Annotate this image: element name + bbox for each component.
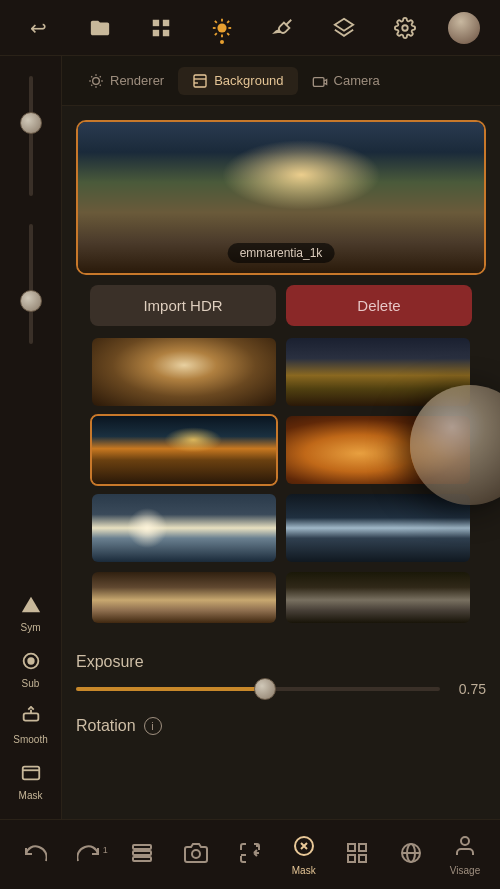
smooth-icon bbox=[20, 706, 42, 731]
sphere-bottom-icon bbox=[399, 841, 423, 869]
exposure-slider-row: 0.75 bbox=[76, 681, 486, 697]
svg-marker-15 bbox=[21, 596, 39, 612]
redo-icon bbox=[77, 841, 101, 869]
delete-hdr-button[interactable]: Delete bbox=[286, 285, 472, 326]
tab-camera-label: Camera bbox=[334, 73, 380, 88]
hdr-thumb-8-image bbox=[286, 572, 470, 623]
sphere-bottom-button[interactable] bbox=[386, 841, 436, 869]
slider-2-track[interactable] bbox=[29, 224, 33, 344]
hdr-main-preview[interactable]: emmarentia_1k bbox=[76, 120, 486, 275]
hdr-section: emmarentia_1k Import HDR Delete bbox=[62, 106, 500, 641]
sym-button[interactable]: Sym bbox=[6, 588, 56, 638]
smooth-button[interactable]: Smooth bbox=[6, 700, 56, 750]
hdr-thumb-2[interactable] bbox=[284, 336, 472, 408]
user-avatar-icon[interactable] bbox=[448, 12, 480, 44]
svg-rect-23 bbox=[194, 75, 206, 87]
svg-line-10 bbox=[227, 33, 229, 35]
flip-icon bbox=[238, 841, 262, 869]
flip-button[interactable] bbox=[225, 841, 275, 869]
bottom-toolbar: 1 Mask Visage bbox=[0, 819, 500, 889]
smooth-label: Smooth bbox=[13, 734, 47, 745]
tab-renderer-label: Renderer bbox=[110, 73, 164, 88]
undo-icon bbox=[23, 841, 47, 869]
svg-line-11 bbox=[227, 20, 229, 22]
svg-rect-0 bbox=[152, 19, 158, 25]
hdr-thumbnail-grid bbox=[90, 336, 472, 625]
sub-icon bbox=[20, 650, 42, 675]
redo-badge: 1 bbox=[103, 845, 108, 855]
hdr-buttons-row: Import HDR Delete bbox=[90, 285, 472, 326]
sub-button[interactable]: Sub bbox=[6, 644, 56, 694]
mask-label: Mask bbox=[19, 790, 43, 801]
svg-line-9 bbox=[214, 20, 216, 22]
hdr-thumb-1-image bbox=[92, 338, 276, 406]
exposure-slider-track[interactable] bbox=[76, 687, 440, 691]
hdr-thumb-7-image bbox=[92, 572, 276, 623]
svg-rect-24 bbox=[313, 77, 324, 86]
exposure-value: 0.75 bbox=[450, 681, 486, 697]
rotation-label: Rotation bbox=[76, 717, 136, 735]
hdr-thumb-6[interactable] bbox=[284, 492, 472, 564]
rotation-info-button[interactable]: i bbox=[144, 717, 162, 735]
mask-bottom-label: Mask bbox=[292, 865, 316, 876]
hdr-thumb-1[interactable] bbox=[90, 336, 278, 408]
hdr-thumb-4[interactable] bbox=[284, 414, 472, 486]
slider-1-thumb[interactable] bbox=[20, 112, 42, 134]
hdr-thumb-5-image bbox=[92, 494, 276, 562]
mask-icon bbox=[20, 762, 42, 787]
hdr-thumb-5[interactable] bbox=[90, 492, 278, 564]
layers-icon[interactable] bbox=[326, 10, 362, 46]
camera-bottom-button[interactable] bbox=[171, 841, 221, 869]
left-sidebar: Sym Sub Smooth Mask bbox=[0, 56, 62, 819]
sym-icon bbox=[20, 594, 42, 619]
sub-label: Sub bbox=[22, 678, 40, 689]
exposure-slider-fill bbox=[76, 687, 265, 691]
tab-renderer[interactable]: Renderer bbox=[74, 67, 178, 95]
sym-label: Sym bbox=[21, 622, 41, 633]
svg-point-14 bbox=[402, 25, 408, 31]
svg-rect-1 bbox=[162, 19, 168, 25]
folder-icon[interactable] bbox=[82, 10, 118, 46]
grid-icon[interactable] bbox=[143, 10, 179, 46]
hdr-thumb-3[interactable] bbox=[90, 414, 278, 486]
svg-rect-30 bbox=[348, 844, 355, 851]
exposure-slider-thumb[interactable] bbox=[254, 678, 276, 700]
hdr-thumb-4-image bbox=[286, 416, 470, 484]
undo-button[interactable] bbox=[10, 841, 60, 869]
back-arrow-icon[interactable]: ↩ bbox=[21, 10, 57, 46]
visage-button[interactable]: Visage bbox=[440, 834, 490, 876]
mask-button[interactable]: Mask bbox=[6, 756, 56, 806]
hdr-thumb-7[interactable] bbox=[90, 570, 278, 625]
exposure-section: Exposure 0.75 bbox=[62, 641, 500, 705]
rotation-section: Rotation i bbox=[62, 705, 500, 747]
grid-bottom-button[interactable] bbox=[332, 841, 382, 869]
svg-point-22 bbox=[93, 77, 100, 84]
svg-rect-31 bbox=[359, 844, 366, 851]
tab-background-label: Background bbox=[214, 73, 283, 88]
svg-rect-26 bbox=[133, 851, 151, 855]
grid-bottom-icon bbox=[345, 841, 369, 869]
import-hdr-button[interactable]: Import HDR bbox=[90, 285, 276, 326]
slider-1-track[interactable] bbox=[29, 76, 33, 196]
svg-point-28 bbox=[192, 850, 200, 858]
sun-icon[interactable] bbox=[204, 10, 240, 46]
redo-button[interactable]: 1 bbox=[64, 841, 114, 869]
settings-icon[interactable] bbox=[387, 10, 423, 46]
svg-point-17 bbox=[28, 658, 34, 664]
tab-background[interactable]: Background bbox=[178, 67, 297, 95]
tab-camera[interactable]: Camera bbox=[298, 67, 394, 95]
svg-rect-27 bbox=[133, 857, 151, 861]
hdr-thumb-8[interactable] bbox=[284, 570, 472, 625]
layers-bottom-button[interactable] bbox=[117, 841, 167, 869]
svg-rect-20 bbox=[22, 766, 39, 779]
svg-rect-32 bbox=[348, 855, 355, 862]
camera-bottom-icon bbox=[184, 841, 208, 869]
hdr-selected-label: emmarentia_1k bbox=[228, 243, 335, 263]
hdr-thumb-6-image bbox=[286, 494, 470, 562]
brush-icon[interactable] bbox=[265, 10, 301, 46]
svg-rect-25 bbox=[133, 845, 151, 849]
mask-bottom-button[interactable]: Mask bbox=[279, 834, 329, 876]
svg-marker-13 bbox=[334, 18, 352, 30]
slider-2-thumb[interactable] bbox=[20, 290, 42, 312]
main-content: Renderer Background Camera emmarentia_1k… bbox=[62, 56, 500, 819]
